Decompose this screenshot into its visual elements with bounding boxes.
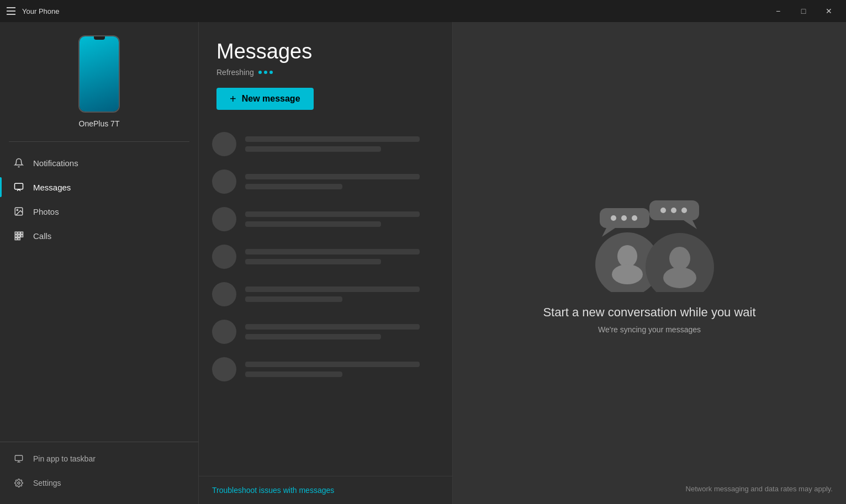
svg-rect-6 — [15, 235, 17, 237]
messages-header: Messages Refreshing + New message — [199, 22, 452, 121]
pin-app-button[interactable]: Pin app to taskbar — [0, 447, 198, 471]
plus-icon: + — [230, 93, 236, 104]
new-message-label: New message — [242, 94, 300, 104]
sidebar: OnePlus 7T Notifications — [0, 22, 199, 504]
close-button[interactable]: ✕ — [816, 2, 842, 20]
sidebar-item-messages[interactable]: Messages — [0, 175, 198, 199]
messages-footer: Troubleshoot issues with messages — [199, 476, 452, 504]
svg-rect-4 — [18, 232, 20, 234]
svg-point-25 — [632, 215, 637, 221]
skeleton-row-4[interactable] — [199, 238, 452, 275]
photo-icon — [13, 206, 24, 217]
messages-title: Messages — [216, 40, 435, 63]
skeleton-line — [245, 287, 420, 292]
sidebar-label-messages: Messages — [33, 183, 71, 192]
svg-point-30 — [681, 208, 687, 213]
skeleton-lines — [245, 136, 439, 152]
skeleton-avatar — [212, 207, 236, 231]
svg-point-16 — [617, 245, 637, 267]
sidebar-label-photos: Photos — [33, 207, 59, 216]
svg-rect-7 — [18, 235, 20, 237]
skeleton-lines — [245, 287, 439, 302]
settings-icon — [13, 478, 24, 489]
skeleton-line — [245, 146, 381, 152]
skeleton-line — [245, 362, 420, 367]
svg-rect-3 — [15, 232, 17, 234]
skeleton-row-7[interactable] — [199, 351, 452, 388]
skeleton-line — [245, 174, 420, 179]
pin-icon — [13, 453, 24, 464]
conversation-title: Start a new conversation while you wait — [543, 305, 755, 320]
svg-point-24 — [621, 215, 627, 221]
skeleton-line — [245, 324, 420, 330]
svg-rect-0 — [15, 183, 23, 189]
skeleton-avatar — [212, 132, 236, 156]
svg-marker-22 — [602, 228, 615, 237]
svg-rect-8 — [21, 235, 23, 237]
skeleton-avatar — [212, 357, 236, 381]
settings-button[interactable]: Settings — [0, 471, 198, 495]
titlebar-left: Your Phone — [7, 7, 59, 15]
skeleton-line — [245, 211, 420, 217]
app-title: Your Phone — [22, 7, 59, 15]
troubleshoot-link[interactable]: Troubleshoot issues with messages — [212, 486, 334, 495]
skeleton-row-6[interactable] — [199, 313, 452, 351]
maximize-button[interactable]: □ — [791, 2, 816, 20]
pin-app-label: Pin app to taskbar — [33, 454, 96, 463]
svg-point-20 — [663, 267, 696, 288]
sidebar-bottom: Pin app to taskbar Settings — [0, 442, 198, 504]
minimize-button[interactable]: − — [765, 2, 791, 20]
nav-items: Notifications Messages — [0, 146, 198, 442]
svg-point-2 — [17, 209, 18, 210]
sidebar-label-notifications: Notifications — [33, 158, 78, 168]
skeleton-line — [245, 221, 381, 227]
skeleton-lines — [245, 362, 439, 377]
app-body: OnePlus 7T Notifications — [0, 22, 846, 504]
loading-dot-2 — [264, 71, 267, 74]
svg-point-17 — [612, 264, 643, 284]
svg-point-29 — [671, 208, 676, 213]
titlebar: Your Phone − □ ✕ — [0, 0, 846, 22]
messages-panel: Messages Refreshing + New message — [199, 22, 453, 504]
skeleton-lines — [245, 324, 439, 339]
phone-notch — [94, 36, 105, 40]
svg-rect-10 — [18, 238, 20, 240]
svg-point-23 — [611, 215, 616, 221]
illustration-svg — [578, 193, 721, 292]
svg-point-19 — [669, 247, 690, 270]
sidebar-item-calls[interactable]: Calls — [0, 224, 198, 248]
skeleton-line — [245, 249, 420, 254]
phone-screen — [80, 36, 119, 112]
skeleton-lines — [245, 174, 439, 189]
loading-dot-1 — [258, 71, 262, 74]
phone-name: OnePlus 7T — [79, 119, 120, 128]
refreshing-row: Refreshing — [216, 68, 435, 77]
skeleton-row-1[interactable] — [199, 125, 452, 163]
skeleton-line — [245, 259, 381, 264]
sidebar-item-photos[interactable]: Photos — [0, 199, 198, 224]
phone-illustration — [78, 35, 120, 113]
network-note: Network messaging and data rates may app… — [686, 485, 833, 493]
conversation-subtitle: We're syncing your messages — [598, 325, 701, 334]
skeleton-lines — [245, 249, 439, 264]
skeleton-row-3[interactable] — [199, 200, 452, 238]
new-message-button[interactable]: + New message — [216, 88, 314, 110]
conversation-illustration — [578, 193, 721, 292]
sidebar-divider-top — [9, 141, 189, 142]
right-panel: Start a new conversation while you wait … — [453, 22, 846, 504]
hamburger-menu[interactable] — [7, 7, 15, 15]
svg-rect-9 — [15, 238, 17, 240]
loading-dots — [258, 71, 273, 74]
svg-point-14 — [18, 482, 20, 484]
settings-label: Settings — [33, 479, 61, 487]
skeleton-row-5[interactable] — [199, 275, 452, 313]
skeleton-avatar — [212, 282, 236, 306]
phone-section: OnePlus 7T — [0, 22, 198, 137]
refreshing-text: Refreshing — [216, 68, 254, 77]
skeleton-row-2[interactable] — [199, 163, 452, 200]
loading-dot-3 — [269, 71, 273, 74]
skeleton-line — [245, 372, 342, 377]
skeleton-line — [245, 184, 342, 189]
sidebar-item-notifications[interactable]: Notifications — [0, 151, 198, 175]
message-list — [199, 121, 452, 476]
